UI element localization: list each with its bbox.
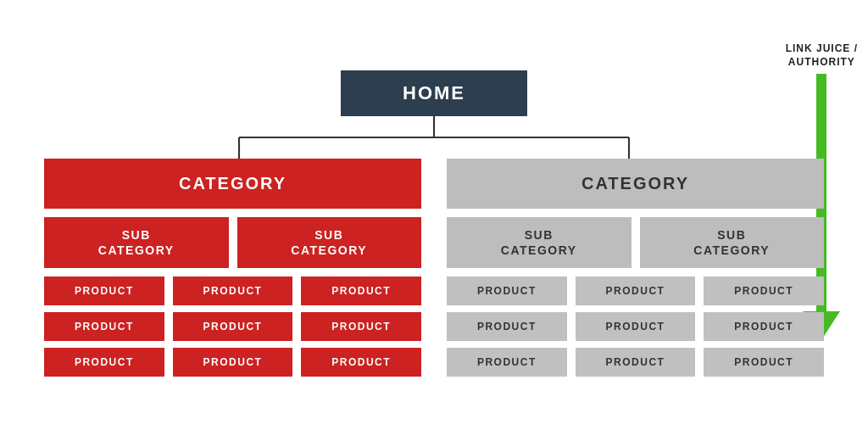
product-box: PRODUCT [576,348,696,377]
product-box: PRODUCT [301,348,421,377]
product-box: PRODUCT [704,312,824,341]
left-products-row-1: PRODUCT PRODUCT PRODUCT [44,277,421,305]
diagram-content: HOME CATEGORY SUBCATEGORY [44,70,824,377]
product-box: PRODUCT [301,312,421,341]
connector-svg [44,116,824,159]
product-box: PRODUCT [704,348,824,377]
left-products-row-2: PRODUCT PRODUCT PRODUCT [44,312,421,341]
left-subcats-row: SUBCATEGORY SUBCATEGORY [44,217,421,268]
left-subcat-1-label: SUBCATEGORY [98,227,175,258]
connectors [44,116,824,159]
product-box: PRODUCT [173,348,293,377]
right-products-row-2: PRODUCT PRODUCT PRODUCT [447,312,824,341]
product-box: PRODUCT [44,312,164,341]
product-box: PRODUCT [44,348,164,377]
right-column: CATEGORY SUBCATEGORY SUBCATEGORY PRODUCT… [447,159,824,377]
diagram-wrapper: LINK JUICE /AUTHORITY HOME [0,0,868,447]
right-subcats-row: SUBCATEGORY SUBCATEGORY [447,217,824,268]
product-box: PRODUCT [576,277,696,305]
product-box: PRODUCT [576,312,696,341]
product-box: PRODUCT [447,277,567,305]
left-subcat-1: SUBCATEGORY [44,217,229,268]
product-box: PRODUCT [173,312,293,341]
product-box: PRODUCT [173,277,293,305]
left-category-box: CATEGORY [44,159,421,209]
right-subcat-1: SUBCATEGORY [447,217,632,268]
home-node: HOME [341,70,527,116]
columns: CATEGORY SUBCATEGORY SUBCATEGORY PRODUCT… [44,159,824,377]
right-subcat-1-label: SUBCATEGORY [501,227,577,258]
product-box: PRODUCT [704,277,824,305]
right-category-box: CATEGORY [447,159,824,209]
product-box: PRODUCT [301,277,421,305]
right-products-row-3: PRODUCT PRODUCT PRODUCT [447,348,824,377]
right-products-row-1: PRODUCT PRODUCT PRODUCT [447,277,824,305]
left-column: CATEGORY SUBCATEGORY SUBCATEGORY PRODUCT… [44,159,421,377]
left-products-row-3: PRODUCT PRODUCT PRODUCT [44,348,421,377]
left-products-rows: PRODUCT PRODUCT PRODUCT PRODUCT PRODUCT … [44,277,421,377]
left-subcat-2: SUBCATEGORY [237,217,422,268]
right-subcat-2: SUBCATEGORY [640,217,825,268]
product-box: PRODUCT [447,348,567,377]
product-box: PRODUCT [447,312,567,341]
link-juice-label: LINK JUICE /AUTHORITY [786,42,858,69]
right-products-rows: PRODUCT PRODUCT PRODUCT PRODUCT PRODUCT … [447,277,824,377]
product-box: PRODUCT [44,277,164,305]
right-subcat-2-label: SUBCATEGORY [693,227,770,258]
left-subcat-2-label: SUBCATEGORY [291,227,367,258]
